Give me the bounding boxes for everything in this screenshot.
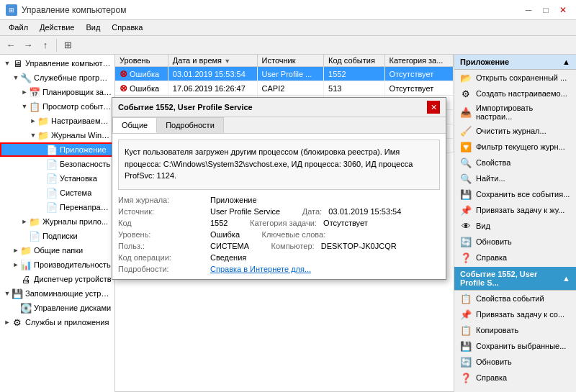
- dialog-message: Куст пользователя загружен другим процес…: [118, 140, 440, 190]
- tree-item-computer-mgmt[interactable]: ▼🖥Управление компьютером (лс...: [0, 56, 114, 70]
- tree-item-shared-folders[interactable]: ►📁Общие папки: [0, 243, 114, 257]
- actions-section-header[interactable]: Событие 1552, User Profile S...▲: [454, 267, 576, 291]
- tree-toggle-custom-views[interactable]: ►: [29, 117, 37, 124]
- tree-icon-setup: 📄: [46, 173, 58, 184]
- tab-details[interactable]: Подробности: [156, 117, 224, 133]
- tree-item-subscriptions[interactable]: 📄Подписки: [0, 229, 114, 243]
- table-row[interactable]: ⊗ Ошибка 03.01.2019 15:53:54 User Profil…: [115, 67, 454, 81]
- tree-toggle-task-scheduler[interactable]: ►: [20, 88, 29, 96]
- tree-item-forwarded[interactable]: 📄Перенаправлен...: [0, 200, 114, 214]
- tree-item-windows-logs[interactable]: ▼📁Журналы Windows: [0, 128, 114, 142]
- tree-icon-services: 🔧: [20, 72, 32, 83]
- action-item[interactable]: 🔍Свойства: [454, 155, 576, 170]
- code-value: 1552 Категория задачи: Отсутствует: [210, 219, 440, 227]
- tree-label-disk-mgmt: Управление дисками: [34, 304, 111, 312]
- tree-item-services[interactable]: ▼🔧Служебные программы: [0, 70, 114, 85]
- tree-item-setup[interactable]: 📄Установка: [0, 171, 114, 186]
- tree-label-performance: Производительность: [34, 260, 111, 269]
- action-item[interactable]: ❓Справка: [454, 370, 576, 386]
- action-item[interactable]: 👁Вид: [454, 218, 576, 234]
- tab-general[interactable]: Общие: [112, 117, 157, 133]
- tree-item-event-viewer[interactable]: ▼📋Просмотр событий: [0, 99, 114, 114]
- action-item[interactable]: 📥Импортировать настраи...: [454, 101, 576, 123]
- tree-toggle-performance[interactable]: ►: [12, 261, 20, 268]
- cell-source: CAPI2: [257, 81, 323, 96]
- tree-toggle-storage[interactable]: ▼: [3, 290, 12, 297]
- menu-action[interactable]: Действие: [34, 22, 80, 34]
- tree-toggle-shared-folders[interactable]: ►: [12, 247, 20, 254]
- action-item[interactable]: 🔍Найти...: [454, 170, 576, 186]
- tree-icon-task-scheduler: 📅: [29, 86, 40, 98]
- up-button[interactable]: ↑: [37, 38, 53, 53]
- action-icon: 👁: [460, 220, 472, 232]
- opcode-value: Сведения: [210, 253, 440, 262]
- action-item[interactable]: 📌Привязать задачу к со...: [454, 306, 576, 322]
- action-item[interactable]: 🔄Обновить: [454, 354, 576, 370]
- tree-item-services-apps[interactable]: ►⚙Службы и приложения: [0, 315, 114, 329]
- computer-label: Компьютер:: [271, 242, 315, 250]
- action-item[interactable]: ❓Справка: [454, 250, 576, 265]
- table-row[interactable]: ⊗ Ошибка 17.06.2019 16:26:47 CAPI2 513 О…: [115, 81, 454, 96]
- event-dialog[interactable]: Событие 1552, User Profile Service ✕ Общ…: [112, 97, 446, 280]
- action-icon: 🔄: [460, 356, 472, 368]
- view-button[interactable]: ⊞: [60, 38, 76, 53]
- action-item[interactable]: 🔄Обновить: [454, 234, 576, 250]
- cell-datetime: 17.06.2019 16:26:47: [168, 81, 257, 96]
- tree-item-app-logs[interactable]: ►📁Журналы прило...: [0, 214, 114, 229]
- tree-item-device-manager[interactable]: 🖨Диспетчер устройств: [0, 272, 114, 286]
- action-item[interactable]: 📂Открыть сохраненный ...: [454, 70, 576, 86]
- tree-icon-application: 📄: [46, 144, 58, 155]
- action-item[interactable]: 🧹Очистить журнал...: [454, 123, 576, 139]
- tree-label-services: Служебные программы: [34, 73, 112, 82]
- tree-label-subscriptions: Подписки: [42, 232, 78, 240]
- title-bar-text: Управление компьютером: [22, 5, 126, 15]
- action-item[interactable]: 💾Сохранить выбранные...: [454, 338, 576, 354]
- action-item[interactable]: 💾Сохранить все события...: [454, 186, 576, 202]
- tree-item-performance[interactable]: ►📊Производительность: [0, 257, 114, 272]
- error-icon: ⊗: [120, 83, 127, 94]
- menu-file[interactable]: Файл: [3, 22, 34, 34]
- action-label: Вид: [476, 222, 490, 230]
- tree-toggle-services-apps[interactable]: ►: [3, 319, 12, 326]
- close-button[interactable]: ✕: [556, 3, 570, 17]
- action-item[interactable]: ⚙Создать настраиваемо...: [454, 86, 576, 101]
- menu-bar: Файл Действие Вид Справка: [0, 20, 576, 36]
- user-value: СИСТЕМА Компьютер: DESKTOP-JK0JCQR: [210, 242, 440, 250]
- col-datetime: Дата и время ▼: [168, 55, 257, 67]
- tree-toggle-event-viewer[interactable]: ▼: [20, 103, 29, 110]
- menu-view[interactable]: Вид: [80, 22, 106, 34]
- action-item[interactable]: 🔽Фильтр текущего журн...: [454, 139, 576, 155]
- tree-item-application[interactable]: 📄Приложение: [0, 142, 114, 157]
- back-button[interactable]: ←: [3, 38, 19, 53]
- tree-item-task-scheduler[interactable]: ►📅Планировщик заданий: [0, 85, 114, 99]
- tree-item-disk-mgmt[interactable]: 💽Управление дисками: [0, 301, 114, 315]
- tree-label-setup: Установка: [60, 174, 97, 183]
- menu-help[interactable]: Справка: [106, 22, 148, 34]
- tree-item-system[interactable]: 📄Система: [0, 186, 114, 200]
- action-item[interactable]: 📌Привязать задачу к жу...: [454, 202, 576, 218]
- dialog-close-button[interactable]: ✕: [427, 101, 440, 114]
- tree-item-security[interactable]: 📄Безопасность: [0, 157, 114, 171]
- tree-toggle-windows-logs[interactable]: ▼: [29, 132, 37, 139]
- action-label: Сохранить все события...: [476, 190, 570, 199]
- tree-label-task-scheduler: Планировщик заданий: [42, 88, 112, 96]
- tree-item-storage[interactable]: ▼💾Запоминающие устройства: [0, 286, 114, 301]
- tree-toggle-app-logs[interactable]: ►: [20, 218, 29, 225]
- action-item[interactable]: 📋Свойства событий: [454, 291, 576, 306]
- forward-button[interactable]: →: [20, 38, 36, 53]
- action-label: Очистить журнал...: [476, 127, 546, 135]
- tree-label-forwarded: Перенаправлен...: [60, 203, 112, 211]
- tree-toggle-computer-mgmt[interactable]: ▼: [3, 60, 12, 67]
- action-item[interactable]: 📋Копировать: [454, 322, 576, 338]
- action-icon: 📥: [460, 106, 472, 118]
- action-label: Копировать: [476, 326, 518, 334]
- action-label: Справка: [476, 253, 507, 262]
- tree-item-custom-views[interactable]: ►📁Настраиваемые пр...: [0, 114, 114, 128]
- minimize-button[interactable]: ─: [521, 3, 536, 17]
- actions-section-header[interactable]: Приложение▲: [454, 55, 576, 70]
- details-link[interactable]: Справка в Интернете для...: [210, 265, 440, 273]
- action-icon: 💾: [460, 340, 472, 352]
- tree-icon-windows-logs: 📁: [37, 129, 49, 141]
- maximize-button[interactable]: □: [539, 3, 553, 17]
- tree-toggle-services[interactable]: ▼: [12, 74, 20, 81]
